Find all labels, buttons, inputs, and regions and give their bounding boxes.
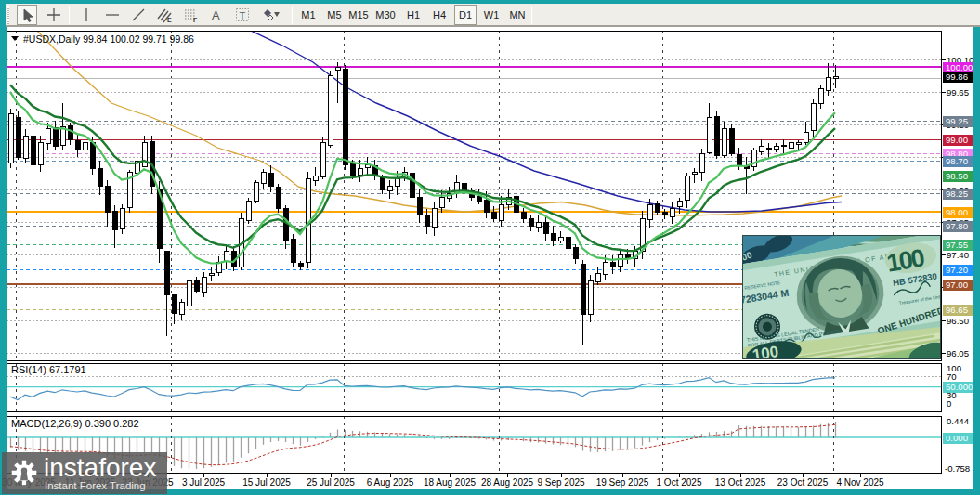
svg-text:13 Oct 2025: 13 Oct 2025 <box>715 477 766 488</box>
svg-text:-0.758: -0.758 <box>945 463 970 474</box>
svg-text:96.65: 96.65 <box>946 305 968 315</box>
svg-text:97.55: 97.55 <box>946 240 968 250</box>
svg-text:4 Nov 2025: 4 Nov 2025 <box>836 477 884 488</box>
svg-text:9 Sep 2025: 9 Sep 2025 <box>537 477 585 488</box>
svg-text:28 Aug 2025: 28 Aug 2025 <box>481 477 534 488</box>
svg-text:99.00: 99.00 <box>946 135 968 145</box>
svg-text:0: 0 <box>947 398 951 409</box>
svg-text:T: T <box>240 10 246 21</box>
svg-text:99.86: 99.86 <box>946 72 968 82</box>
svg-text:18 Aug 2025: 18 Aug 2025 <box>424 477 477 488</box>
svg-text:3 Jul 2025: 3 Jul 2025 <box>182 477 226 488</box>
svg-text:97.80: 97.80 <box>946 221 968 231</box>
svg-text:F: F <box>193 17 198 23</box>
svg-text:#USDX,Daily 99.84 100.02 99.7: #USDX,Daily 99.84 100.02 99.71 99.86 <box>23 33 194 45</box>
svg-text:98.70: 98.70 <box>946 156 968 166</box>
svg-text:E: E <box>167 17 172 23</box>
svg-text:RSI(14) 67.1791: RSI(14) 67.1791 <box>11 364 86 375</box>
svg-text:96.50: 96.50 <box>947 316 969 326</box>
svg-text:98.25: 98.25 <box>946 189 968 199</box>
svg-text:23 Oct 2025: 23 Oct 2025 <box>777 477 829 488</box>
svg-text:70: 70 <box>947 371 957 382</box>
svg-text:97.40: 97.40 <box>947 250 969 260</box>
svg-text:1 Oct 2025: 1 Oct 2025 <box>657 477 702 488</box>
svg-text:97.20: 97.20 <box>946 265 968 275</box>
svg-text:6 Aug 2025: 6 Aug 2025 <box>367 477 414 488</box>
svg-text:98.50: 98.50 <box>946 171 968 181</box>
svg-text:A: A <box>212 8 220 22</box>
svg-text:MACD(12,26,9) 0.390 0.282: MACD(12,26,9) 0.390 0.282 <box>11 418 139 429</box>
svg-text:15 Jul 2025: 15 Jul 2025 <box>242 477 291 488</box>
svg-text:0.000: 0.000 <box>946 433 968 443</box>
svg-text:98.00: 98.00 <box>946 207 968 217</box>
svg-text:99.25: 99.25 <box>946 116 968 126</box>
svg-text:25 Jul 2025: 25 Jul 2025 <box>307 477 355 488</box>
svg-text:19 Sep 2025: 19 Sep 2025 <box>596 477 649 488</box>
svg-text:0.444: 0.444 <box>947 416 970 426</box>
svg-text:99.65: 99.65 <box>947 87 969 98</box>
svg-text:96.05: 96.05 <box>947 348 969 358</box>
svg-text:97.00: 97.00 <box>946 280 968 290</box>
